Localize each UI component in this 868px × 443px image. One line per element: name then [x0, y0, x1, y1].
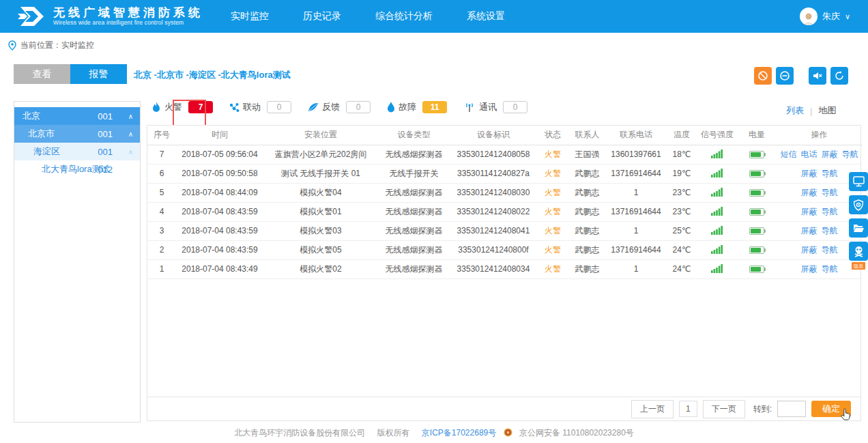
chevron-up-icon: ∧ — [128, 148, 133, 156]
filter-fire-alarm[interactable]: 火警 7 — [151, 101, 213, 113]
filter-label: 故障 — [399, 101, 416, 113]
cell-location: 模拟火警04 — [263, 183, 378, 202]
nav-statistics[interactable]: 综合统计分析 — [375, 10, 433, 23]
cell-no: 1 — [147, 259, 176, 278]
cell-time: 2018-07-04 08:44:09 — [176, 183, 263, 202]
view-switch: 列表 | 地图 — [786, 104, 836, 117]
cell-battery — [737, 183, 777, 202]
nav-history[interactable]: 历史记录 — [303, 10, 341, 23]
linkage-nodes-icon — [229, 102, 240, 113]
op-link[interactable]: 导航 — [822, 188, 838, 197]
flame-icon — [151, 102, 161, 113]
op-link[interactable]: 电话 — [801, 149, 818, 159]
page-number[interactable]: 1 — [679, 401, 697, 417]
user-menu[interactable]: 朱庆 ∨ — [800, 0, 850, 33]
filter-label: 反馈 — [322, 101, 340, 113]
police-badge-icon — [504, 428, 512, 437]
cell-device-type: 无线感烟探测器 — [378, 145, 450, 164]
cell-device-id: 3353012412408030 — [450, 183, 537, 202]
refresh-button[interactable] — [830, 67, 848, 85]
folder-icon — [853, 223, 865, 233]
tree-item-label: 海淀区 — [33, 145, 60, 158]
cell-no: 5 — [147, 183, 176, 202]
footer-icp-link[interactable]: 京ICP备17022689号 — [422, 428, 496, 438]
signal-strength-icon — [711, 244, 723, 254]
tree-item-label: 北京市 — [28, 128, 55, 140]
cell-phone: 13716914644 — [606, 164, 666, 183]
view-list-link[interactable]: 列表 — [786, 104, 804, 117]
selected-location-path: 北京 -北京市 -海淀区 -北大青鸟lora测试 — [134, 69, 291, 81]
cell-battery — [737, 202, 777, 221]
filter-linkage[interactable]: 联动 0 — [229, 101, 291, 113]
nav-realtime-monitor[interactable]: 实时监控 — [231, 10, 269, 23]
divider: | — [810, 106, 812, 116]
filter-communication[interactable]: 通讯 0 — [463, 101, 527, 113]
nav-settings[interactable]: 系统设置 — [467, 10, 505, 23]
brand-block: 无线广域智慧消防系统 Wireless wide area intelligen… — [53, 7, 203, 26]
op-link[interactable]: 屏蔽 — [801, 226, 818, 235]
cell-status: 火警 — [537, 221, 568, 240]
monitor-tool-button[interactable] — [849, 172, 868, 191]
cell-device-type: 无线感烟探测器 — [378, 202, 450, 221]
prohibit-icon — [757, 70, 768, 81]
tree-item-count: 001 — [98, 147, 113, 157]
tree-item-haidian[interactable]: 海淀区 001 ∧ — [14, 143, 140, 160]
cell-battery — [737, 164, 777, 183]
footer-police-number: 京公网安备 11010802023280号 — [519, 428, 634, 438]
cell-location: 模拟火警01 — [263, 202, 378, 221]
view-map-link[interactable]: 地图 — [818, 104, 836, 117]
op-link[interactable]: 导航 — [822, 226, 838, 235]
app-header: 无线广域智慧消防系统 Wireless wide area intelligen… — [0, 0, 868, 33]
tab-alarm[interactable]: 报警 — [70, 64, 127, 84]
cell-temp: 19℃ — [666, 164, 697, 183]
op-link[interactable]: 导航 — [822, 245, 838, 255]
confirm-button[interactable]: 确定 — [811, 401, 851, 417]
op-link[interactable]: 短信 — [781, 149, 797, 159]
table-row: 3 2018-07-04 08:43:59 模拟火警03 无线感烟探测器 335… — [147, 221, 862, 240]
goto-label: 转到: — [753, 403, 772, 415]
tree-item-lora-test[interactable]: 北大青鸟lora测试 012 — [14, 160, 140, 178]
signal-strength-icon — [711, 263, 723, 273]
filter-feedback[interactable]: 反馈 0 — [308, 101, 371, 113]
mute-button[interactable] — [809, 67, 826, 85]
prev-page-button[interactable]: 上一页 — [631, 400, 674, 418]
cell-phone: 13601397661 — [606, 145, 666, 164]
op-link[interactable]: 屏蔽 — [801, 169, 818, 178]
op-link[interactable]: 导航 — [822, 169, 838, 178]
security-tool-button[interactable] — [849, 195, 868, 214]
op-link[interactable]: 屏蔽 — [801, 264, 818, 274]
op-link[interactable]: 导航 — [822, 207, 838, 216]
chevron-up-icon: ∧ — [128, 113, 133, 120]
tab-view[interactable]: 查看 — [14, 64, 70, 84]
cell-status: 火警 — [537, 259, 568, 278]
table-header-row: 序号 时间 安装位置 设备类型 设备标识 状态 联系人 联系电话 温度 信号强度… — [147, 126, 862, 145]
app-subtitle: Wireless wide area intelligent fire cont… — [53, 20, 203, 26]
hazard-tool-button[interactable] — [849, 242, 868, 261]
op-link[interactable]: 导航 — [842, 149, 858, 159]
op-link[interactable]: 导航 — [822, 264, 838, 274]
breadcrumb-text: 当前位置：实时监控 — [20, 40, 94, 51]
cell-status: 火警 — [537, 164, 568, 183]
tree-item-beijing-city[interactable]: 北京市 001 ∧ — [14, 125, 140, 143]
files-tool-button[interactable] — [849, 218, 868, 238]
op-link[interactable]: 屏蔽 — [801, 245, 818, 255]
col-no: 序号 — [147, 126, 176, 145]
op-link[interactable]: 屏蔽 — [801, 207, 818, 216]
battery-icon — [749, 266, 764, 273]
col-ops: 操作 — [777, 126, 862, 145]
disable-alarm-button[interactable] — [754, 67, 772, 85]
op-link[interactable]: 屏蔽 — [801, 188, 818, 197]
cell-device-id: 3353012412408041 — [450, 221, 537, 240]
col-status: 状态 — [537, 126, 568, 145]
filter-fault[interactable]: 故障 11 — [387, 101, 447, 113]
goto-page-input[interactable] — [777, 401, 806, 417]
minimize-alarm-button[interactable] — [776, 67, 794, 85]
hazard-tag[interactable]: 隐患 — [852, 262, 865, 270]
col-time: 时间 — [176, 126, 263, 145]
cell-contact: 武鹏志 — [568, 259, 606, 278]
next-page-button[interactable]: 下一页 — [703, 400, 745, 418]
antenna-signal-icon — [463, 102, 476, 113]
filter-label: 联动 — [243, 101, 261, 113]
op-link[interactable]: 屏蔽 — [822, 149, 838, 159]
tree-item-beijing[interactable]: 北京 001 ∧ — [14, 107, 140, 125]
